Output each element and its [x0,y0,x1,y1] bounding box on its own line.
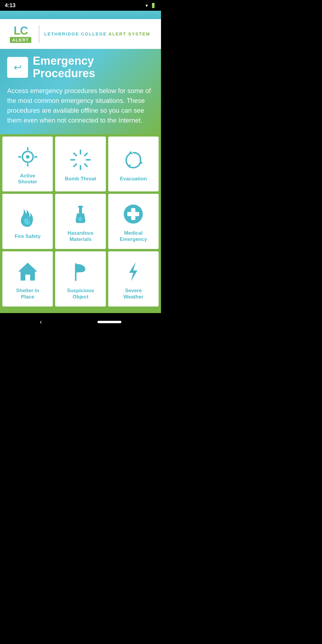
severe-weather-label: SevereWeather [123,288,143,300]
header-lethbridge: LETHBRIDGE [44,31,81,36]
header-college: COLLEGE [81,31,109,36]
hero-section: ↩ Emergency Procedures Access emergency … [0,49,161,134]
grid-item-active-shooter[interactable]: ActiveShooter [2,137,53,192]
grid-item-fire-safety[interactable]: Fire Safety [2,194,53,249]
hazardous-materials-label: HazardousMaterials [68,230,94,242]
header-title: LETHBRIDGE COLLEGE ALERT SYSTEM [44,31,150,37]
grid-item-bomb-threat[interactable]: Bomb Threat [55,137,106,192]
active-shooter-label: ActiveShooter [18,173,37,185]
battery-icon: 🔋 [150,3,156,8]
header-system: SYSTEM [128,31,150,36]
svg-line-13 [74,164,76,166]
svg-point-1 [26,155,30,159]
grid-item-hazardous-materials[interactable]: HazardousMaterials [55,194,106,249]
status-time: 4:13 [5,2,16,9]
procedures-grid: ActiveShooter Bomb Threat [0,134,161,309]
grid-bottom-padding [0,309,161,313]
svg-marker-22 [18,263,37,281]
bottom-navigation: ‹ [0,313,161,331]
fire-safety-label: Fire Safety [15,233,41,239]
logo-alert-badge: ALERT [10,37,32,43]
status-bar: 4:13 ▾ 🔋 [0,0,161,11]
medical-emergency-icon [121,202,145,226]
grid-item-shelter-in-place[interactable]: Shelter inPlace [2,251,53,306]
severe-weather-icon [121,260,145,284]
evacuation-icon [121,148,145,172]
svg-line-12 [85,153,87,156]
shelter-in-place-icon [16,260,40,284]
nav-back-button[interactable]: ‹ [40,318,42,326]
back-arrow-icon: ↩ [14,62,22,73]
suspicious-object-icon [69,260,92,284]
grid-item-severe-weather[interactable]: SevereWeather [108,251,159,306]
accent-bar [0,11,161,19]
svg-marker-24 [129,262,137,281]
logo-divider [39,25,39,43]
fire-safety-icon [16,205,40,229]
svg-rect-17 [78,206,83,208]
wifi-icon: ▾ [145,3,148,8]
grid-item-evacuation[interactable]: Evacuation [108,137,159,192]
hazardous-materials-icon [69,202,92,226]
back-button[interactable]: ↩ [7,57,28,78]
logo: LC ALERT LETHBRIDGE COLLEGE ALERT SYSTEM [7,25,150,43]
svg-line-11 [85,164,87,166]
bomb-threat-icon [69,148,92,172]
grid-item-medical-emergency[interactable]: MedicalEmergency [108,194,159,249]
medical-emergency-label: MedicalEmergency [120,230,147,242]
nav-home-indicator[interactable] [97,321,121,323]
svg-line-10 [74,153,76,156]
evacuation-label: Evacuation [120,176,147,182]
logo-box: LC ALERT [7,25,34,43]
page-title: Emergency Procedures [33,55,154,80]
header-alert: ALERT [109,31,128,36]
logo-letters: LC [7,25,34,36]
bomb-threat-label: Bomb Threat [65,176,96,182]
app-header: LC ALERT LETHBRIDGE COLLEGE ALERT SYSTEM [0,19,161,49]
hero-description: Access emergency procedures below for so… [7,86,154,125]
active-shooter-icon [16,145,40,169]
hero-header: ↩ Emergency Procedures [7,55,154,80]
status-icons: ▾ 🔋 [145,3,156,8]
svg-rect-21 [127,212,139,216]
shelter-in-place-label: Shelter inPlace [16,288,39,300]
svg-rect-18 [79,208,82,213]
grid-item-suspicious-object[interactable]: SuspiciousObject [55,251,106,306]
suspicious-object-label: SuspiciousObject [67,288,94,300]
